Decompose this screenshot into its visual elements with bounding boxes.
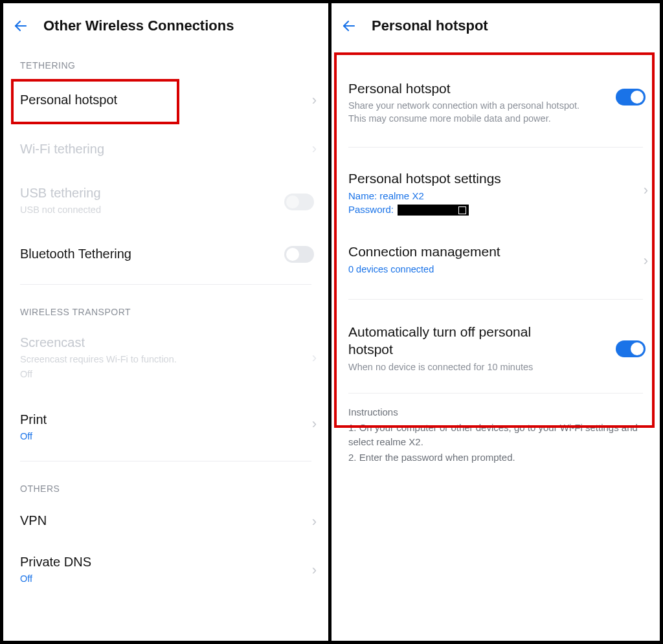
divider — [348, 299, 643, 300]
chevron-right-icon: › — [312, 93, 317, 107]
item-subtitle: 0 devices connected — [348, 263, 581, 276]
left-pane: Other Wireless Connections TETHERING Per… — [3, 3, 332, 641]
instructions-header: Instructions — [348, 405, 643, 419]
item-private-dns[interactable]: Private DNS Off › — [3, 543, 328, 597]
section-wireless-transport-label: WIRELESS TRANSPORT — [3, 290, 328, 324]
chevron-right-icon: › — [312, 417, 317, 431]
hotspot-password-label: Password: — [348, 204, 396, 215]
item-state: Off — [20, 430, 311, 443]
back-icon[interactable] — [12, 17, 29, 34]
item-vpn[interactable]: VPN › — [3, 500, 328, 543]
toggle-personal-hotspot[interactable] — [616, 89, 646, 105]
redacted-password — [398, 205, 469, 216]
hotspot-name-label: Name: — [348, 190, 379, 201]
toggle-bluetooth-tethering[interactable] — [284, 246, 314, 263]
section-tethering-label: TETHERING — [3, 43, 328, 77]
item-print[interactable]: Print Off › — [3, 393, 328, 456]
item-title: Personal hotspot settings — [348, 170, 575, 187]
hotspot-name-row: Name: realme X2 — [348, 190, 643, 201]
hotspot-name-value: realme X2 — [379, 190, 423, 201]
item-connection-management[interactable]: Connection management 0 devices connecte… — [332, 227, 660, 294]
chevron-right-icon: › — [312, 515, 317, 529]
divider — [348, 147, 643, 148]
item-auto-off-toggle[interactable]: Automatically turn off personal hotspot … — [332, 305, 660, 393]
item-wifi-tethering[interactable]: Wi-Fi tethering › — [3, 124, 328, 174]
divider — [20, 284, 311, 285]
item-title: Screencast — [20, 334, 311, 351]
toggle-auto-off[interactable] — [616, 340, 646, 357]
item-title: Print — [20, 411, 311, 428]
item-subtitle: USB not connected — [20, 204, 311, 217]
item-title: Personal hotspot — [348, 80, 575, 97]
item-subtitle: Share your network connection with a per… — [348, 100, 581, 125]
hotspot-password-row: Password: — [348, 204, 643, 216]
instructions-line-1: 1. On your computer or other devices, go… — [348, 421, 643, 449]
divider — [348, 393, 643, 394]
item-hotspot-settings[interactable]: Personal hotspot settings Name: realme X… — [332, 153, 660, 227]
instructions-block: Instructions 1. On your computer or othe… — [332, 399, 660, 464]
chevron-right-icon: › — [644, 254, 648, 268]
toggle-usb-tethering — [284, 194, 314, 210]
item-title: Personal hotspot — [20, 91, 311, 108]
item-personal-hotspot[interactable]: Personal hotspot › — [3, 77, 328, 124]
item-title: Automatically turn off personal hotspot — [348, 323, 575, 359]
item-state: Off — [20, 368, 311, 381]
instructions-line-2: 2. Enter the password when prompted. — [348, 450, 643, 465]
item-title: VPN — [20, 512, 311, 529]
item-subtitle: Screencast requires Wi-Fi to function. — [20, 353, 311, 366]
divider — [20, 461, 311, 461]
page-title: Personal hotspot — [372, 17, 488, 34]
item-subtitle: When no device is connected for 10 minut… — [348, 361, 581, 374]
page-title: Other Wireless Connections — [43, 17, 234, 34]
item-title: Connection management — [348, 243, 575, 260]
item-title: Private DNS — [20, 553, 311, 570]
left-header: Other Wireless Connections — [3, 14, 328, 43]
right-header: Personal hotspot — [332, 14, 660, 43]
chevron-right-icon: › — [312, 351, 317, 365]
chevron-right-icon: › — [312, 142, 317, 156]
back-icon[interactable] — [341, 17, 357, 34]
item-usb-tethering: USB tethering USB not connected — [3, 174, 328, 230]
chevron-right-icon: › — [644, 183, 648, 197]
item-title: Wi-Fi tethering — [20, 140, 311, 157]
section-others-label: OTHERS — [3, 467, 328, 500]
item-title: USB tethering — [20, 184, 311, 201]
chevron-right-icon: › — [312, 563, 317, 577]
item-screencast: Screencast Screencast requires Wi-Fi to … — [3, 324, 328, 393]
item-title: Bluetooth Tethering — [20, 245, 311, 262]
item-state: Off — [20, 573, 311, 586]
item-bluetooth-tethering[interactable]: Bluetooth Tethering — [3, 230, 328, 279]
right-pane: Personal hotspot Personal hotspot Share … — [332, 3, 660, 641]
item-hotspot-toggle[interactable]: Personal hotspot Share your network conn… — [332, 69, 660, 142]
screenshot-frame: Other Wireless Connections TETHERING Per… — [0, 0, 663, 644]
